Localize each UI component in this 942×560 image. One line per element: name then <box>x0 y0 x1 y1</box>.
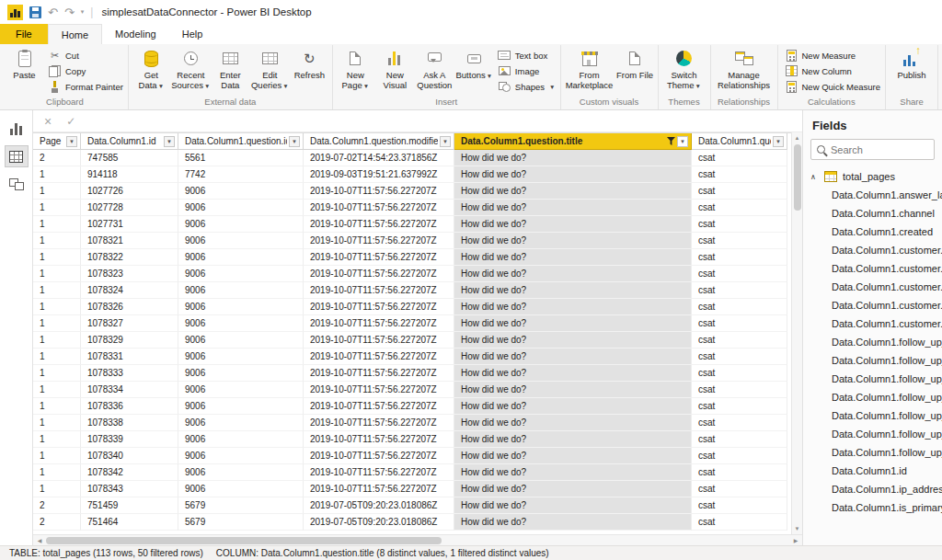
table-cell[interactable]: 1078329 <box>81 332 178 349</box>
field-item[interactable]: Data.Column1.customer.na <box>803 314 942 333</box>
table-cell[interactable]: How did we do? <box>454 481 692 497</box>
table-cell[interactable]: How did we do? <box>454 233 692 249</box>
new-page-button[interactable]: New Page▼ <box>336 46 375 93</box>
table-cell[interactable]: 1 <box>33 398 81 415</box>
scroll-right-icon[interactable]: ▶ <box>789 537 802 543</box>
table-cell[interactable]: csat <box>692 233 787 249</box>
table-cell[interactable]: How did we do? <box>454 282 692 299</box>
table-cell[interactable]: 1078331 <box>81 349 178 365</box>
field-item[interactable]: Data.Column1.follow_up_a <box>803 351 942 370</box>
table-cell[interactable]: 9006 <box>178 481 304 497</box>
table-cell[interactable]: csat <box>692 497 787 514</box>
table-cell[interactable]: 9006 <box>178 216 304 233</box>
table-cell[interactable]: How did we do? <box>454 200 692 216</box>
table-cell[interactable]: csat <box>692 332 787 349</box>
field-item[interactable]: Data.Column1.follow_up_a <box>803 443 942 462</box>
table-cell[interactable]: 2019-10-07T11:57:56.227207Z <box>304 233 454 249</box>
table-cell[interactable]: 2019-10-07T11:57:56.227207Z <box>304 481 454 497</box>
table-cell[interactable]: 9006 <box>178 431 304 448</box>
table-cell[interactable]: 1027731 <box>81 216 178 233</box>
table-cell[interactable]: 2019-10-07T11:57:56.227207Z <box>304 266 454 282</box>
table-cell[interactable]: How did we do? <box>454 464 692 481</box>
publish-button[interactable]: Publish <box>889 46 935 83</box>
table-cell[interactable]: 1 <box>33 464 81 481</box>
new-quick-measure-button[interactable]: New Quick Measure <box>785 80 881 93</box>
table-cell[interactable]: 2019-07-05T09:20:23.018086Z <box>304 497 454 514</box>
table-cell[interactable]: 7742 <box>178 166 304 183</box>
table-cell[interactable]: 9006 <box>178 415 304 431</box>
table-cell[interactable]: 1 <box>33 249 81 266</box>
scroll-left-icon[interactable]: ◀ <box>33 537 46 543</box>
table-cell[interactable]: 1078342 <box>81 464 178 481</box>
table-cell[interactable]: 1 <box>33 448 81 464</box>
table-cell[interactable]: csat <box>692 200 787 216</box>
get-data-button[interactable]: Get Data▼ <box>132 46 171 93</box>
table-cell[interactable]: csat <box>692 266 787 282</box>
table-cell[interactable]: csat <box>692 464 787 481</box>
table-cell[interactable]: 1 <box>33 315 81 332</box>
table-cell[interactable]: 2019-10-07T11:57:56.227207Z <box>304 415 454 431</box>
table-cell[interactable]: csat <box>692 183 787 200</box>
scroll-up-icon[interactable]: ▲ <box>795 132 800 143</box>
column-header[interactable]: Data.Column1.id▼ <box>81 133 178 150</box>
horizontal-scroll-thumb[interactable] <box>46 537 442 544</box>
edit-queries-button[interactable]: Edit Queries▼ <box>250 46 290 93</box>
table-cell[interactable]: 1 <box>33 282 81 299</box>
vertical-scrollbar[interactable]: ▲ ▼ <box>791 132 802 534</box>
column-dropdown-icon[interactable]: ▼ <box>773 136 784 147</box>
table-cell[interactable]: csat <box>692 514 787 531</box>
table-cell[interactable]: 751464 <box>81 514 178 531</box>
table-cell[interactable]: How did we do? <box>454 315 692 332</box>
table-cell[interactable]: 1078323 <box>81 266 178 282</box>
column-dropdown-icon[interactable]: ▼ <box>440 136 451 147</box>
field-item[interactable]: Data.Column1.customer.em <box>803 259 942 278</box>
table-cell[interactable]: 1 <box>33 415 81 431</box>
switch-theme-button[interactable]: Switch Theme▼ <box>661 46 707 93</box>
table-cell[interactable]: How did we do? <box>454 266 692 282</box>
save-icon[interactable] <box>29 6 41 18</box>
tab-home[interactable]: Home <box>48 24 102 44</box>
manage-relationships-button[interactable]: Manage Relationships <box>714 46 775 92</box>
table-cell[interactable]: 9006 <box>178 266 304 282</box>
search-input[interactable] <box>831 144 928 155</box>
field-item[interactable]: Data.Column1.customer.m <box>803 296 942 314</box>
table-cell[interactable]: How did we do? <box>454 415 692 431</box>
table-cell[interactable]: csat <box>692 166 787 183</box>
table-cell[interactable]: 2019-10-07T11:57:56.227207Z <box>304 216 454 233</box>
table-cell[interactable]: 1 <box>33 266 81 282</box>
table-cell[interactable]: 2019-10-07T11:57:56.227207Z <box>304 249 454 266</box>
table-cell[interactable]: How did we do? <box>454 514 692 531</box>
table-cell[interactable]: 747585 <box>81 150 178 166</box>
copy-button[interactable]: Copy <box>48 64 123 77</box>
shapes-button[interactable]: Shapes▼ <box>498 80 556 93</box>
table-cell[interactable]: 1078327 <box>81 315 178 332</box>
table-cell[interactable]: How did we do? <box>454 299 692 315</box>
from-marketplace-button[interactable]: From Marketplace <box>564 46 615 92</box>
vertical-scroll-thumb[interactable] <box>794 144 801 211</box>
text-box-button[interactable]: Text box <box>498 49 556 62</box>
new-measure-button[interactable]: New Measure <box>785 49 881 62</box>
table-cell[interactable]: 9006 <box>178 249 304 266</box>
field-item[interactable]: Data.Column1.follow_up_a <box>803 425 942 443</box>
table-cell[interactable]: 9006 <box>178 299 304 315</box>
table-cell[interactable]: 9006 <box>178 464 304 481</box>
table-cell[interactable]: 5679 <box>178 497 304 514</box>
field-item[interactable]: Data.Column1.created <box>803 223 942 241</box>
table-cell[interactable]: How did we do? <box>454 497 692 514</box>
tab-modeling[interactable]: Modeling <box>102 24 169 44</box>
table-cell[interactable]: How did we do? <box>454 398 692 415</box>
table-cell[interactable]: 1027728 <box>81 200 178 216</box>
scroll-down-icon[interactable]: ▼ <box>795 523 800 534</box>
table-cell[interactable]: 2019-10-07T11:57:56.227207Z <box>304 349 454 365</box>
column-dropdown-icon[interactable]: ▼ <box>66 136 77 147</box>
report-view-button[interactable] <box>5 118 29 140</box>
table-cell[interactable]: csat <box>692 415 787 431</box>
field-item[interactable]: Data.Column1.follow_up_a <box>803 406 942 425</box>
table-cell[interactable]: 2019-07-05T09:20:23.018086Z <box>304 514 454 531</box>
column-header[interactable]: Page▼ <box>33 133 81 150</box>
from-file-button[interactable]: From File <box>615 46 655 83</box>
table-cell[interactable]: 1078324 <box>81 282 178 299</box>
table-cell[interactable]: csat <box>692 448 787 464</box>
column-header[interactable]: Data.Column1.question.met▼ <box>692 133 787 150</box>
table-cell[interactable]: 1 <box>33 200 81 216</box>
